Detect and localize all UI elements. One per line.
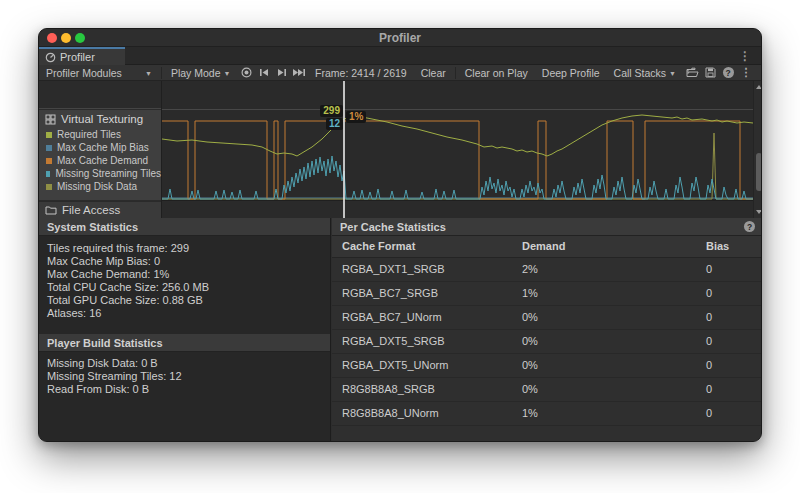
cell-cache-format: RGBA_DXT5_SRGB	[342, 335, 445, 347]
cell-demand: 2%	[522, 263, 538, 275]
last-frame-button[interactable]	[290, 65, 308, 81]
load-profile-button[interactable]	[683, 65, 701, 81]
legend-item[interactable]: Required Tiles	[46, 128, 161, 141]
title-bar[interactable]: Profiler	[39, 29, 761, 47]
cell-bias: 0	[706, 287, 712, 299]
series-max-cache-demand	[162, 121, 753, 199]
series-missing-disk-data	[162, 133, 753, 199]
column-header-demand[interactable]: Demand	[522, 240, 565, 252]
playhead-demand-label: 1%	[346, 111, 366, 123]
call-stacks-dropdown[interactable]: Call Stacks ▼	[607, 65, 683, 81]
table-row[interactable]: RGBA_BC7_SRGB1%0	[332, 282, 762, 306]
chart-legend: Required TilesMax Cache Mip BiasMax Cach…	[39, 128, 161, 193]
series-missing-streaming-tiles	[162, 156, 753, 199]
column-header-cache-format[interactable]: Cache Format	[342, 240, 415, 252]
cell-bias: 0	[706, 383, 712, 395]
stat-line: Total CPU Cache Size: 256.0 MB	[47, 281, 330, 294]
open-folder-icon	[686, 67, 699, 78]
legend-item[interactable]: Max Cache Demand	[46, 154, 161, 167]
stat-line: Atlases: 16	[47, 307, 330, 320]
table-row[interactable]: R8G8B8A8_UNorm1%0	[332, 402, 762, 426]
legend-swatch	[46, 132, 52, 138]
stat-line: Total GPU Cache Size: 0.88 GB	[47, 294, 330, 307]
chart-vertical-scrollbar[interactable]	[753, 81, 762, 218]
save-profile-button[interactable]	[701, 65, 719, 81]
module-virtual-texturing[interactable]: Virtual Texturing Required TilesMax Cach…	[39, 110, 161, 200]
sidebar-top-spacer	[39, 81, 161, 109]
virtual-texturing-header[interactable]: Virtual Texturing	[39, 110, 161, 128]
profiler-modules-dropdown[interactable]: Profiler Modules ▼	[39, 65, 159, 81]
module-title: File Access	[62, 204, 120, 216]
cell-demand: 0%	[522, 311, 538, 323]
legend-label: Missing Streaming Tiles	[55, 168, 161, 179]
table-row[interactable]: RGBA_DXT5_UNorm0%0	[332, 354, 762, 378]
legend-swatch	[46, 145, 52, 151]
table-header-row: Cache Format Demand Bias	[332, 236, 762, 258]
table-row[interactable]: RGBA_BC7_UNorm0%0	[332, 306, 762, 330]
module-title: Virtual Texturing	[61, 113, 143, 125]
legend-item[interactable]: Max Cache Mip Bias	[46, 141, 161, 154]
record-icon	[241, 67, 252, 78]
save-icon	[705, 67, 716, 78]
scroll-up-arrow-icon[interactable]	[756, 85, 762, 89]
table-row[interactable]: RGBA_DXT5_SRGB0%0	[332, 330, 762, 354]
cell-cache-format: RGBA_DXT1_SRGB	[342, 263, 445, 275]
help-icon[interactable]: ?	[744, 221, 755, 232]
column-header-bias[interactable]: Bias	[706, 240, 729, 252]
window-title: Profiler	[39, 31, 761, 45]
cell-demand: 1%	[522, 407, 538, 419]
tab-label: Profiler	[60, 51, 95, 63]
panel-title: System Statistics	[47, 221, 138, 233]
chevron-down-icon: ▼	[145, 70, 152, 77]
cell-cache-format: R8G8B8A8_SRGB	[342, 383, 435, 395]
cell-demand: 0%	[522, 383, 538, 395]
legend-label: Max Cache Demand	[57, 155, 148, 166]
help-button[interactable]: ?	[719, 65, 737, 81]
grid-icon	[45, 114, 56, 125]
chevron-down-icon: ▼	[669, 70, 676, 77]
legend-item[interactable]: Missing Streaming Tiles	[46, 167, 161, 180]
record-button[interactable]	[237, 65, 255, 81]
next-frame-button[interactable]	[273, 65, 291, 81]
stat-line: Tiles required this frame: 299	[47, 242, 330, 255]
profiler-toolbar: Profiler Modules ▼ Play Mode ▼	[39, 65, 761, 81]
table-row[interactable]: RGBA_DXT1_SRGB2%0	[332, 258, 762, 282]
panel-title: Player Build Statistics	[47, 337, 163, 349]
stat-line: Missing Streaming Tiles: 12	[47, 370, 330, 383]
scroll-down-arrow-icon[interactable]	[756, 210, 762, 214]
playhead[interactable]	[343, 81, 345, 218]
scrollbar-thumb[interactable]	[756, 153, 762, 191]
cell-bias: 0	[706, 335, 712, 347]
tab-context-menu-icon[interactable]: ⋮	[739, 49, 751, 63]
legend-item[interactable]: Missing Disk Data	[46, 180, 161, 193]
playhead-required-tiles-label: 299	[320, 105, 343, 117]
profiler-gauge-icon	[45, 52, 56, 63]
kebab-icon: ⋮	[741, 66, 752, 79]
cell-bias: 0	[706, 311, 712, 323]
cell-bias: 0	[706, 359, 712, 371]
stat-line: Read From Disk: 0 B	[47, 383, 330, 396]
play-mode-dropdown[interactable]: Play Mode ▼	[164, 65, 238, 81]
cell-demand: 1%	[522, 287, 538, 299]
table-row[interactable]: R8G8B8A8_SRGB0%0	[332, 378, 762, 402]
system-statistics-lines: Tiles required this frame: 299Max Cache …	[39, 236, 330, 320]
module-sidebar: Virtual Texturing Required TilesMax Cach…	[39, 81, 162, 218]
help-icon: ?	[723, 67, 734, 78]
clear-button[interactable]: Clear	[414, 65, 453, 81]
tab-profiler[interactable]: Profiler	[39, 47, 125, 65]
playhead-missing-tiles-label: 12	[326, 118, 343, 130]
cell-cache-format: RGBA_BC7_SRGB	[342, 287, 438, 299]
virtual-texturing-chart[interactable]: 299 12 1%	[162, 81, 753, 218]
clear-on-play-toggle[interactable]: Clear on Play	[458, 65, 535, 81]
profiler-window: Profiler Profiler ⋮ Profiler Modules ▼ P…	[38, 28, 762, 442]
panel-title: Per Cache Statistics	[340, 221, 446, 233]
folder-icon	[45, 205, 57, 215]
module-file-access[interactable]: File Access	[39, 201, 161, 218]
prev-frame-button[interactable]	[255, 65, 273, 81]
chevron-down-icon: ▼	[223, 70, 230, 77]
deep-profile-toggle[interactable]: Deep Profile	[535, 65, 607, 81]
per-cache-statistics-panel: Per Cache Statistics ? Cache Format Dema…	[332, 218, 762, 442]
per-cache-statistics-header: Per Cache Statistics ?	[332, 218, 762, 236]
stat-line: Max Cache Mip Bias: 0	[47, 255, 330, 268]
toolbar-context-menu[interactable]: ⋮	[737, 65, 755, 81]
